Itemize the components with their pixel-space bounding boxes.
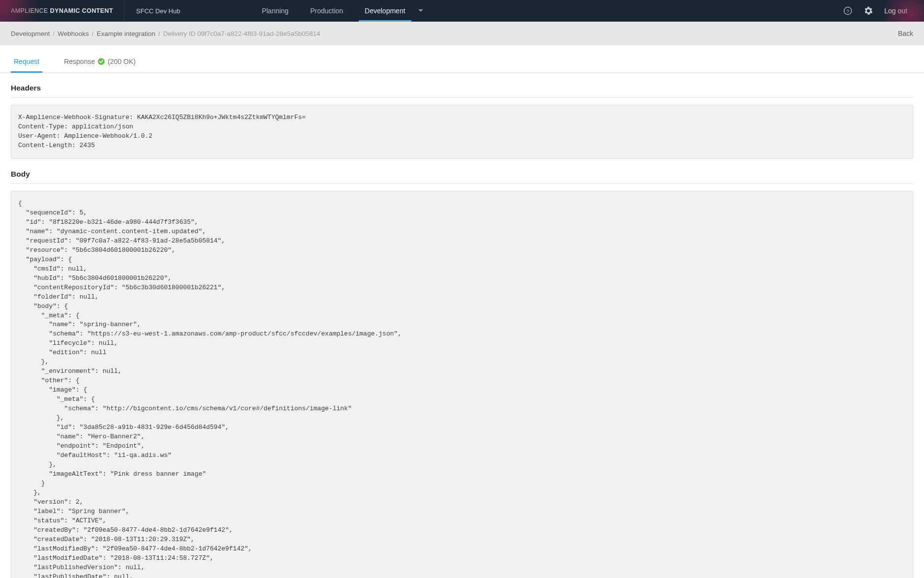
help-icon: ? [843, 6, 852, 15]
breadcrumb-webhooks[interactable]: Webhooks [58, 30, 89, 37]
tab-planning[interactable]: Planning [251, 0, 300, 22]
breadcrumb-delivery-id: Delivery ID 09f7c0a7-a822-4f83-91ad-28e5… [163, 30, 320, 37]
headers-section-title: Headers [11, 73, 913, 98]
headers-code-block[interactable]: X-Amplience-Webhook-Signature: KAKA2Xc26… [11, 105, 913, 159]
tab-development[interactable]: Development [354, 0, 416, 22]
logout-link[interactable]: Log out [884, 7, 907, 15]
breadcrumb-sep: / [50, 30, 58, 37]
content-area: Headers X-Amplience-Webhook-Signature: K… [0, 73, 924, 578]
tab-production[interactable]: Production [299, 0, 354, 22]
body-code-block[interactable]: { "sequenceId": 5, "id": "8f18220e-b321-… [11, 191, 913, 578]
breadcrumb-development[interactable]: Development [11, 30, 50, 37]
top-tabs: Planning Production Development [251, 0, 432, 22]
brand-right: DYNAMIC CONTENT [50, 7, 113, 14]
body-section-title: Body [11, 159, 913, 184]
status-success-icon [98, 58, 105, 65]
brand-logo: AMPLIENCE DYNAMIC CONTENT [0, 0, 124, 22]
breadcrumb-bar: Development / Webhooks / Example integra… [0, 22, 924, 45]
gear-icon [864, 6, 873, 15]
tab-response-label: Response [64, 58, 95, 65]
svg-text:?: ? [847, 8, 850, 14]
brand-left: AMPLIENCE [11, 7, 48, 14]
tab-request[interactable]: Request [11, 49, 42, 72]
breadcrumb-example-integration[interactable]: Example integration [97, 30, 155, 37]
settings-button[interactable] [864, 6, 873, 16]
breadcrumb-sep: / [155, 30, 163, 37]
back-link[interactable]: Back [898, 30, 913, 37]
top-right-actions: ? Log out [843, 0, 924, 22]
top-nav: AMPLIENCE DYNAMIC CONTENT SFCC Dev Hub P… [0, 0, 924, 22]
chevron-down-icon [418, 9, 423, 12]
hub-name[interactable]: SFCC Dev Hub [124, 7, 192, 15]
status-code-text: (200 OK) [108, 58, 136, 65]
tab-response[interactable]: Response (200 OK) [61, 49, 139, 72]
tab-dropdown-caret[interactable] [416, 0, 432, 22]
breadcrumb-sep: / [89, 30, 97, 37]
detail-tabs: Request Response (200 OK) [0, 45, 924, 73]
help-button[interactable]: ? [843, 6, 853, 16]
